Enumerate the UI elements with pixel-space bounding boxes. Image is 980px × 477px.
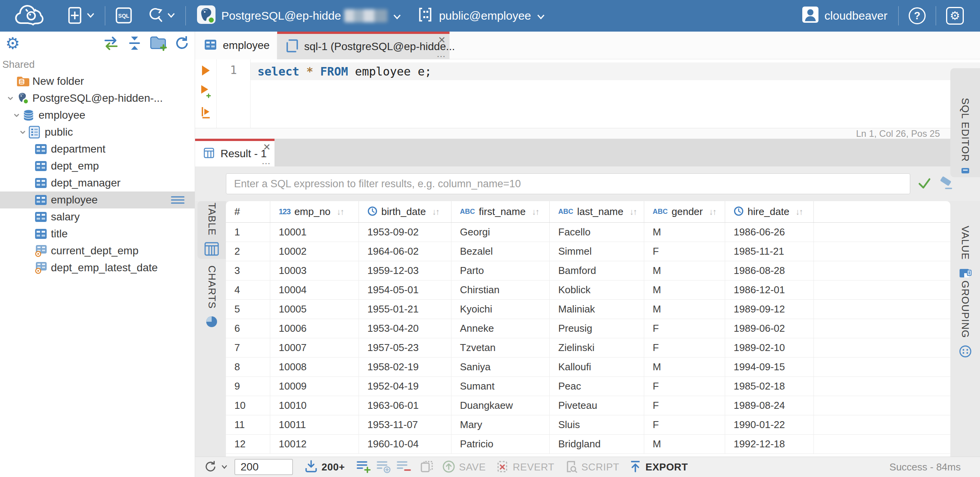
cell-hire_date[interactable]: 1989-06-02 <box>725 319 814 338</box>
apply-filter-button[interactable] <box>917 177 932 191</box>
column-header-hire_date[interactable]: hire_date↓↑ <box>725 201 814 222</box>
tree-item-postgresql-ep-hidden[interactable]: PostgreSQL@ep-hidden-... <box>0 90 195 107</box>
settings-button[interactable]: ⚙ <box>939 0 971 32</box>
row-number-cell[interactable]: 5 <box>226 300 270 319</box>
cell-first_name[interactable]: Chirstian <box>451 280 550 299</box>
tab-charts-view[interactable]: CHARTS <box>197 266 226 330</box>
cell-birth_date[interactable]: 1954-05-01 <box>359 280 451 299</box>
filter-input[interactable] <box>226 173 910 194</box>
chevron-down-icon[interactable] <box>11 111 22 120</box>
cell-hire_date[interactable]: 1990-01-22 <box>725 415 814 434</box>
cell-gender[interactable]: F <box>644 319 725 338</box>
clear-filter-button[interactable] <box>937 176 953 192</box>
row-number-cell[interactable]: 4 <box>226 280 270 299</box>
cell-gender[interactable]: F <box>644 396 725 415</box>
cell-first_name[interactable]: Duangkaew <box>451 396 550 415</box>
tree-item-employee[interactable]: employee <box>0 191 195 208</box>
sort-icon[interactable]: ↓↑ <box>795 207 802 217</box>
cell-gender[interactable]: M <box>644 358 725 376</box>
cell-last_name[interactable]: Peac <box>550 377 644 396</box>
script-button[interactable]: SCRIPT <box>564 460 619 474</box>
duplicate-row-button[interactable] <box>376 460 391 475</box>
tree-item-dept-emp[interactable]: dept_emp <box>0 158 195 175</box>
row-number-cell[interactable]: 7 <box>226 338 270 357</box>
tree-item-new-folder[interactable]: New folder <box>0 73 195 90</box>
refresh-tree-button[interactable] <box>174 35 190 52</box>
new-folder-button[interactable] <box>149 35 168 52</box>
row-number-cell[interactable]: 6 <box>226 319 270 338</box>
execute-new-tab-button[interactable] <box>200 84 212 99</box>
sort-icon[interactable]: ↓↑ <box>709 207 716 217</box>
column-header-last_name[interactable]: ABClast_name↓↑ <box>550 201 644 222</box>
cell-hire_date[interactable]: 1989-02-10 <box>725 338 814 357</box>
cell-gender[interactable]: M <box>644 223 725 242</box>
column-header-gender[interactable]: ABCgender↓↑ <box>644 201 725 222</box>
cell-first_name[interactable]: Anneke <box>451 319 550 338</box>
cell-emp_no[interactable]: 10007 <box>270 338 359 357</box>
chevron-down-icon[interactable] <box>5 94 16 103</box>
cell-first_name[interactable]: Saniya <box>451 358 550 376</box>
cell-gender[interactable]: M <box>644 300 725 319</box>
connection-selector[interactable]: PostgreSQL@ep-hidde <box>189 0 409 32</box>
row-number-cell[interactable]: 10 <box>226 396 270 415</box>
cell-last_name[interactable]: Piveteau <box>550 396 644 415</box>
cell-hire_date[interactable]: 1985-02-18 <box>725 377 814 396</box>
cell-last_name[interactable]: Kalloufi <box>550 358 644 376</box>
tree-item-employee[interactable]: employee <box>0 107 195 124</box>
chevron-down-icon[interactable] <box>17 128 29 137</box>
column-header-birth_date[interactable]: birth_date↓↑ <box>359 201 451 222</box>
cell-emp_no[interactable]: 10004 <box>270 280 359 299</box>
cell-last_name[interactable]: Bamford <box>550 261 644 280</box>
cell-hire_date[interactable]: 1986-08-28 <box>725 261 814 280</box>
row-number-cell[interactable]: 8 <box>226 358 270 376</box>
cell-first_name[interactable]: Parto <box>451 261 550 280</box>
cell-last_name[interactable]: Maliniak <box>550 300 644 319</box>
more-icon[interactable]: … <box>436 49 446 59</box>
schema-selector[interactable]: public@employee <box>409 0 553 32</box>
cell-gender[interactable]: M <box>644 261 725 280</box>
cell-emp_no[interactable]: 10011 <box>270 415 359 434</box>
cell-last_name[interactable]: Facello <box>550 223 644 242</box>
load-more-button[interactable]: 200+ <box>305 460 345 474</box>
column-header-emp_no[interactable]: 123emp_no↓↑ <box>270 201 359 222</box>
cell-emp_no[interactable]: 10009 <box>270 377 359 396</box>
cell-last_name[interactable]: Preusig <box>550 319 644 338</box>
cell-emp_no[interactable]: 10006 <box>270 319 359 338</box>
cell-first_name[interactable]: Tzvetan <box>451 338 550 357</box>
copy-selection-button[interactable] <box>420 460 434 474</box>
cell-last_name[interactable]: Zielinski <box>550 338 644 357</box>
tree-item-public[interactable]: public <box>0 124 195 141</box>
cell-gender[interactable]: F <box>644 338 725 357</box>
row-menu-icon[interactable] <box>171 195 185 205</box>
row-number-cell[interactable]: 3 <box>226 261 270 280</box>
close-icon[interactable]: ✕ <box>438 35 446 45</box>
cell-last_name[interactable]: Sluis <box>550 415 644 434</box>
tab-sql-1[interactable]: sql-1 (PostgreSQL@ep-hidde... ✕ … <box>277 32 450 59</box>
tree-item-title[interactable]: title <box>0 225 195 242</box>
code-area[interactable]: select * FROM employee e; <box>251 59 980 128</box>
cell-birth_date[interactable]: 1952-04-19 <box>359 377 451 396</box>
cell-gender[interactable]: F <box>644 242 725 261</box>
cell-birth_date[interactable]: 1953-11-07 <box>359 415 451 434</box>
tab-sql-editor-panel[interactable]: SQL EDITOR <box>950 68 980 177</box>
cell-hire_date[interactable]: 1986-06-26 <box>725 223 814 242</box>
column-header-first_name[interactable]: ABCfirst_name↓↑ <box>451 201 550 222</box>
save-button[interactable]: SAVE <box>442 460 486 474</box>
cell-emp_no[interactable]: 10003 <box>270 261 359 280</box>
row-number-cell[interactable]: 9 <box>226 377 270 396</box>
driver-manager-button[interactable] <box>139 0 182 32</box>
cell-birth_date[interactable]: 1957-05-23 <box>359 338 451 357</box>
execute-query-button[interactable] <box>201 65 211 77</box>
cell-birth_date[interactable]: 1963-06-01 <box>359 396 451 415</box>
tree-item-department[interactable]: department <box>0 141 195 158</box>
cell-gender[interactable]: F <box>644 415 725 434</box>
sort-icon[interactable]: ↓↑ <box>432 207 439 217</box>
cell-last_name[interactable]: Simmel <box>550 242 644 261</box>
cell-hire_date[interactable]: 1994-09-15 <box>725 358 814 376</box>
row-number-cell[interactable]: 1 <box>226 223 270 242</box>
help-button[interactable]: ? <box>902 0 933 32</box>
cell-emp_no[interactable]: 10012 <box>270 435 359 453</box>
tree-item-dept-emp-latest-date[interactable]: dept_emp_latest_date <box>0 259 195 276</box>
cell-emp_no[interactable]: 10008 <box>270 358 359 376</box>
link-with-editor-button[interactable] <box>102 35 120 52</box>
